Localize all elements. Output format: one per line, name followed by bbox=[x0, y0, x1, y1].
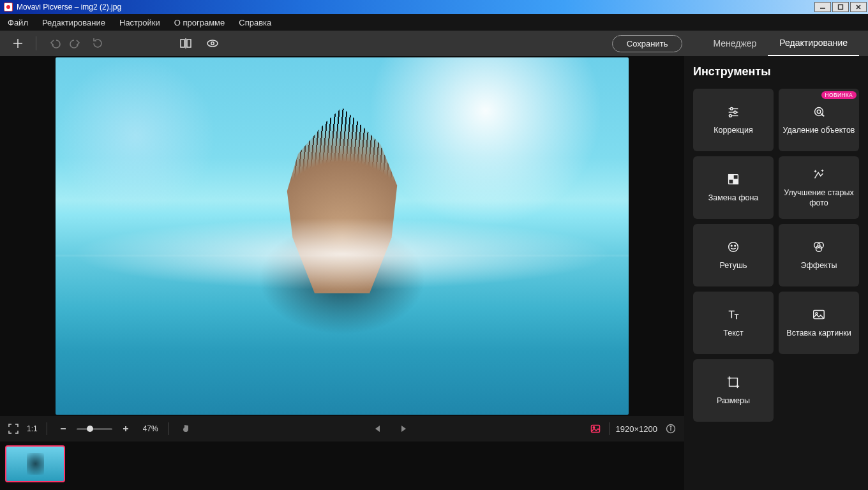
svg-point-32 bbox=[729, 242, 738, 252]
app-icon bbox=[4, 3, 13, 11]
svg-point-34 bbox=[735, 245, 736, 246]
tool-bg-replace[interactable]: Замена фона bbox=[693, 156, 774, 219]
svg-marker-15 bbox=[401, 426, 406, 432]
undo-button[interactable] bbox=[45, 34, 63, 52]
hand-tool-icon[interactable] bbox=[179, 422, 193, 436]
svg-point-26 bbox=[730, 114, 732, 117]
svg-point-22 bbox=[730, 107, 733, 110]
tool-effects[interactable]: Эффекты bbox=[779, 224, 859, 286]
menu-file[interactable]: Файл bbox=[8, 18, 28, 27]
tab-manager[interactable]: Менеджер bbox=[701, 31, 768, 56]
tool-label: Ретушь bbox=[720, 260, 747, 271]
image-dimensions: 1920×1200 bbox=[616, 424, 657, 434]
window-title: Movavi Picverse – img2 (2).jpg bbox=[17, 3, 814, 11]
compare-icon[interactable] bbox=[177, 34, 195, 52]
canvas-image[interactable] bbox=[56, 57, 629, 415]
tool-label: Эффекты bbox=[801, 260, 837, 271]
tool-object-removal[interactable]: НОВИНКА Удаление объектов bbox=[779, 89, 859, 151]
zoom-out-icon[interactable] bbox=[56, 422, 70, 436]
tool-label: Размеры bbox=[717, 396, 750, 406]
zoom-ratio[interactable]: 1:1 bbox=[27, 424, 38, 433]
svg-rect-6 bbox=[181, 40, 184, 47]
toolbar: Сохранить Менеджер Редактирование bbox=[0, 31, 868, 56]
svg-point-20 bbox=[670, 426, 671, 427]
tools-panel: Инструменты Коррекция НОВИНКА Удаление о… bbox=[684, 56, 868, 490]
tools-heading: Инструменты bbox=[693, 65, 859, 78]
tool-label: Коррекция bbox=[714, 125, 752, 135]
thumbnail-active[interactable] bbox=[5, 445, 65, 482]
preview-icon[interactable] bbox=[204, 34, 221, 52]
revert-button[interactable] bbox=[89, 34, 107, 52]
tab-editing[interactable]: Редактирование bbox=[768, 31, 859, 56]
redo-button[interactable] bbox=[67, 34, 85, 52]
tool-label: Вставка картинки bbox=[786, 328, 851, 338]
divider bbox=[36, 36, 36, 50]
tool-retouch[interactable]: Ретушь bbox=[693, 224, 774, 286]
tool-sizes[interactable]: Размеры bbox=[693, 359, 774, 422]
zoom-slider[interactable] bbox=[77, 428, 112, 430]
maximize-button[interactable] bbox=[832, 2, 849, 12]
svg-rect-40 bbox=[730, 378, 738, 386]
prev-image-icon[interactable] bbox=[371, 422, 385, 436]
zoom-percentage: 47% bbox=[143, 424, 158, 433]
menu-about[interactable]: О программе bbox=[174, 18, 225, 27]
fullscreen-icon[interactable] bbox=[6, 422, 20, 436]
menubar: Файл Редактирование Настройки О программ… bbox=[0, 14, 868, 31]
thumbnail-strip bbox=[0, 442, 684, 490]
tool-old-photo[interactable]: Улучшение старых фото bbox=[779, 156, 859, 219]
svg-point-24 bbox=[734, 111, 737, 114]
svg-marker-14 bbox=[375, 426, 380, 432]
tool-label: Текст bbox=[723, 328, 743, 338]
close-button[interactable] bbox=[850, 2, 867, 12]
svg-point-36 bbox=[818, 242, 823, 248]
svg-point-17 bbox=[593, 427, 594, 428]
canvas-area[interactable] bbox=[0, 56, 684, 416]
tool-correction[interactable]: Коррекция bbox=[693, 89, 774, 151]
svg-rect-1 bbox=[839, 5, 843, 10]
tool-text[interactable]: Текст bbox=[693, 292, 774, 354]
svg-point-37 bbox=[816, 246, 821, 251]
svg-rect-30 bbox=[729, 175, 733, 179]
add-button[interactable] bbox=[9, 34, 27, 52]
tool-label: Замена фона bbox=[708, 193, 758, 203]
window-titlebar: Movavi Picverse – img2 (2).jpg bbox=[0, 0, 868, 14]
zoom-in-icon[interactable] bbox=[119, 422, 133, 436]
svg-point-33 bbox=[731, 245, 732, 246]
svg-point-9 bbox=[207, 40, 218, 47]
tool-label: Улучшение старых фото bbox=[782, 188, 855, 209]
svg-rect-7 bbox=[187, 40, 191, 47]
svg-point-28 bbox=[817, 110, 821, 114]
svg-point-10 bbox=[211, 42, 214, 45]
svg-rect-31 bbox=[733, 179, 738, 184]
menu-settings[interactable]: Настройки bbox=[119, 18, 160, 27]
canvas-footer: 1:1 47% 1920×1200 bbox=[0, 416, 684, 442]
menu-help[interactable]: Справка bbox=[239, 18, 271, 27]
save-button[interactable]: Сохранить bbox=[612, 35, 683, 52]
menu-edit[interactable]: Редактирование bbox=[42, 18, 105, 27]
next-image-icon[interactable] bbox=[396, 422, 410, 436]
tool-label: Удаление объектов bbox=[782, 125, 855, 135]
minimize-button[interactable] bbox=[814, 2, 831, 12]
info-icon[interactable] bbox=[664, 422, 678, 436]
image-indicator-icon[interactable] bbox=[588, 422, 602, 436]
new-badge: НОВИНКА bbox=[821, 91, 857, 99]
tool-insert-image[interactable]: Вставка картинки bbox=[779, 292, 859, 354]
